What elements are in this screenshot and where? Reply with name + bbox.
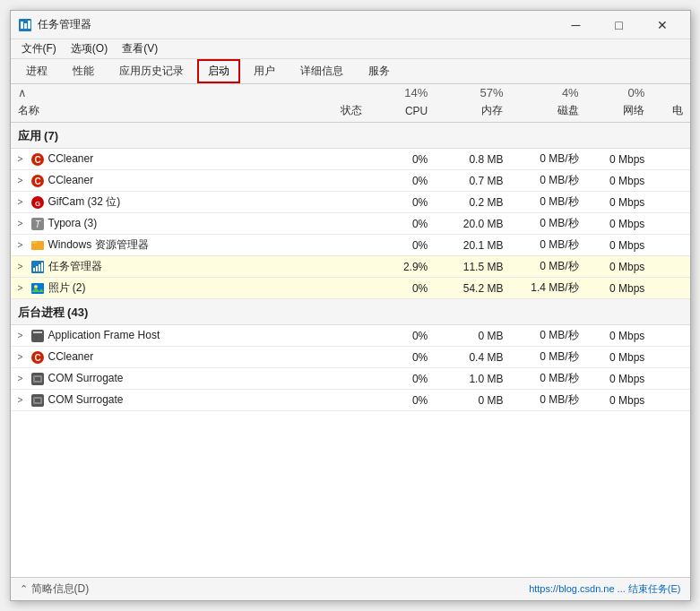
close-button[interactable]: ✕ [642, 11, 683, 39]
table-row[interactable]: >CCCleaner0%0.4 MB0 MB/秒0 Mbps [11, 347, 690, 368]
status-cell [293, 235, 368, 256]
disk-cell: 0 MB/秒 [510, 213, 585, 235]
memory-cell: 0 MB [435, 325, 510, 347]
process-name: GifCam (32 位) [48, 195, 121, 208]
col-header-elec: 电 [652, 101, 689, 123]
table-row[interactable]: >COM Surrogate0%1.0 MB0 MB/秒0 Mbps [11, 368, 690, 390]
status-label[interactable]: 简略信息(D) [31, 581, 90, 597]
status-expand-icon[interactable]: ⌃ [20, 583, 28, 595]
process-table: ∧ 14% 57% 4% 0% [11, 84, 690, 411]
memory-cell: 0.4 MB [435, 347, 510, 368]
menu-file[interactable]: 文件(F) [14, 39, 64, 58]
power-cell [652, 368, 689, 390]
table-row[interactable]: >COM Surrogate0%0 MB0 MB/秒0 Mbps [11, 390, 690, 411]
process-name-cell: >GGifCam (32 位) [11, 192, 294, 213]
process-icon: C [30, 350, 45, 365]
tab-users[interactable]: 用户 [242, 59, 287, 83]
process-icon [30, 329, 45, 343]
process-name-cell: >TTypora (3) [11, 213, 294, 235]
group-header-0: 应用 (7) [11, 123, 690, 149]
tab-performance[interactable]: 性能 [61, 59, 106, 83]
status-cell [293, 192, 368, 213]
col-header-name[interactable]: 名称 [11, 101, 294, 123]
header-cpu-pct[interactable]: 14% [369, 84, 436, 101]
task-manager-window: 任务管理器 ─ □ ✕ 文件(F) 选项(O) 查看(V) 进程 性能 应用历史… [10, 10, 691, 601]
expand-arrow[interactable]: > [18, 240, 30, 250]
group-label-1: 后台进程 (43) [11, 299, 690, 325]
svg-rect-17 [39, 264, 40, 271]
menu-options[interactable]: 选项(O) [64, 39, 115, 58]
table-row[interactable]: >TTypora (3)0%20.0 MB0 MB/秒0 Mbps [11, 213, 690, 235]
network-cell: 0 Mbps [586, 390, 652, 411]
process-name: 任务管理器 [48, 260, 102, 272]
col-header-disk[interactable]: 磁盘 [510, 101, 585, 123]
group-header-1: 后台进程 (43) [11, 299, 690, 325]
table-row[interactable]: >CCCleaner0%0.7 MB0 MB/秒0 Mbps [11, 170, 690, 192]
network-cell: 0 Mbps [586, 256, 652, 278]
process-icon [30, 372, 45, 386]
network-cell: 0 Mbps [586, 149, 652, 170]
window-controls: ─ □ ✕ [556, 11, 683, 39]
table-row[interactable]: >任务管理器2.9%11.5 MB0 MB/秒0 Mbps [11, 256, 690, 278]
svg-rect-15 [33, 268, 35, 271]
memory-cell: 54.2 MB [435, 278, 510, 299]
header-disk-pct[interactable]: 4% [510, 84, 585, 101]
expand-arrow[interactable]: > [18, 176, 30, 185]
sort-arrow[interactable]: ∧ [11, 84, 294, 101]
expand-arrow[interactable]: > [18, 352, 30, 362]
col-header-status[interactable]: 状态 [293, 101, 368, 123]
memory-cell: 20.1 MB [435, 235, 510, 256]
memory-cell: 0 MB [435, 390, 510, 411]
network-cell: 0 Mbps [586, 213, 652, 235]
memory-cell: 0.2 MB [435, 192, 510, 213]
status-cell [293, 256, 368, 278]
table-row[interactable]: >Application Frame Host0%0 MB0 MB/秒0 Mbp… [11, 325, 690, 347]
expand-arrow[interactable]: > [18, 374, 30, 383]
header-mem-pct[interactable]: 57% [435, 84, 510, 101]
col-header-cpu[interactable]: CPU [369, 101, 436, 123]
expand-arrow[interactable]: > [18, 331, 30, 340]
svg-rect-1 [21, 22, 23, 29]
process-name: COM Surrogate [48, 393, 124, 406]
expand-arrow[interactable]: > [18, 197, 30, 207]
network-cell: 0 Mbps [586, 170, 652, 192]
svg-text:C: C [34, 176, 40, 186]
table-row[interactable]: >CCCleaner0%0.8 MB0 MB/秒0 Mbps [11, 149, 690, 170]
expand-arrow[interactable]: > [18, 283, 30, 293]
process-name: Typora (3) [48, 217, 98, 229]
disk-cell: 0 MB/秒 [510, 149, 585, 170]
table-row[interactable]: >GGifCam (32 位)0%0.2 MB0 MB/秒0 Mbps [11, 192, 690, 213]
expand-arrow[interactable]: > [18, 262, 30, 271]
col-header-mem[interactable]: 内存 [435, 101, 510, 123]
cpu-cell: 0% [369, 170, 436, 192]
disk-cell: 0 MB/秒 [510, 235, 585, 256]
process-table-container[interactable]: ∧ 14% 57% 4% 0% [11, 84, 690, 577]
expand-arrow[interactable]: > [18, 395, 30, 405]
tab-details[interactable]: 详细信息 [289, 59, 355, 83]
power-cell [652, 325, 689, 347]
tab-process[interactable]: 进程 [14, 59, 59, 83]
expand-arrow[interactable]: > [18, 154, 30, 164]
svg-rect-23 [33, 331, 42, 333]
process-name-cell: >CCCleaner [11, 149, 294, 170]
tab-app-history[interactable]: 应用历史记录 [108, 59, 195, 83]
svg-rect-28 [35, 377, 40, 381]
power-cell [652, 192, 689, 213]
table-row[interactable]: >照片 (2)0%54.2 MB1.4 MB/秒0 Mbps [11, 278, 690, 299]
minimize-button[interactable]: ─ [556, 11, 597, 39]
header-net-pct[interactable]: 0% [586, 84, 652, 101]
col-header-net[interactable]: 网络 [586, 101, 652, 123]
menu-view[interactable]: 查看(V) [115, 39, 165, 58]
expand-arrow[interactable]: > [18, 219, 30, 228]
tab-startup[interactable]: 启动 [197, 59, 240, 83]
process-name: Windows 资源管理器 [48, 238, 149, 251]
svg-rect-2 [24, 23, 27, 29]
process-name: CCleaner [48, 152, 94, 165]
tab-services[interactable]: 服务 [357, 59, 402, 83]
process-name: 照片 (2) [48, 281, 86, 294]
process-icon [30, 393, 45, 408]
process-name: COM Surrogate [48, 372, 124, 384]
maximize-button[interactable]: □ [599, 11, 640, 39]
header-elec-blank [652, 84, 689, 101]
table-row[interactable]: >Windows 资源管理器0%20.1 MB0 MB/秒0 Mbps [11, 235, 690, 256]
